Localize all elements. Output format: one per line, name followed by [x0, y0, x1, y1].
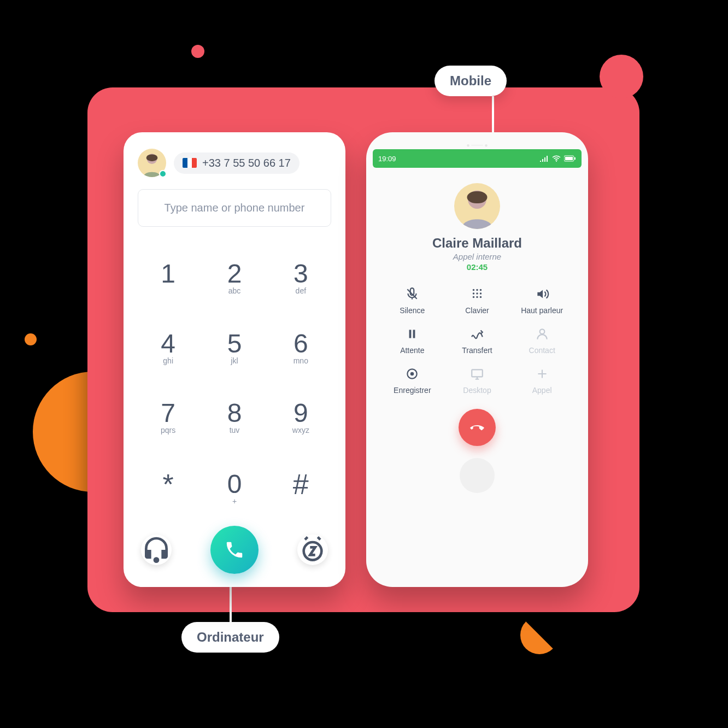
- keypad-1[interactable]: 1: [143, 256, 193, 301]
- status-time: 19:09: [378, 155, 396, 163]
- label-desktop: Ordinateur: [181, 622, 279, 653]
- action-keypad[interactable]: Clavier: [447, 287, 508, 315]
- record-icon: [405, 367, 419, 383]
- svg-point-22: [539, 329, 544, 334]
- svg-point-24: [410, 372, 414, 376]
- speaker-icon: [535, 287, 549, 303]
- user-avatar[interactable]: [138, 149, 166, 177]
- action-label: Enregistrer: [394, 386, 431, 395]
- keypad-9[interactable]: 9wxyz: [275, 396, 326, 440]
- action-label: Transfert: [462, 346, 492, 355]
- svg-point-2: [155, 559, 158, 562]
- svg-rect-9: [467, 191, 488, 203]
- mobile-phone: ● ─── ● 19:09 Claire Maillard Appel inte…: [366, 132, 588, 587]
- svg-point-14: [473, 292, 474, 294]
- svg-point-17: [473, 296, 474, 298]
- battery-icon: [564, 155, 576, 162]
- snooze-button[interactable]: [297, 535, 328, 565]
- signal-icon: [540, 155, 549, 162]
- call-actions: SilenceClavierHaut parleurAttenteTransfe…: [381, 287, 573, 395]
- flag-fr-icon: [183, 158, 197, 168]
- caller-name: Claire Maillard: [432, 236, 522, 251]
- connector-mobile: [492, 96, 494, 134]
- hold-icon: [405, 327, 419, 343]
- svg-point-4: [556, 161, 557, 162]
- svg-rect-21: [413, 330, 415, 338]
- action-addcall: Appel: [511, 367, 573, 395]
- svg-point-13: [480, 289, 482, 291]
- action-desktop: Desktop: [447, 367, 508, 395]
- wifi-icon: [552, 155, 561, 162]
- phone-number-chip[interactable]: +33 7 55 50 66 17: [174, 152, 300, 174]
- action-label: Silence: [400, 306, 425, 315]
- mute-icon: [405, 287, 419, 303]
- action-label: Contact: [529, 346, 555, 355]
- action-transfer[interactable]: Transfert: [447, 327, 508, 355]
- dial-call-button[interactable]: [210, 526, 259, 574]
- deco-dot-orange: [25, 333, 37, 345]
- svg-point-12: [476, 289, 478, 291]
- dialer-card: +33 7 55 50 66 17 Type name or phone num…: [124, 132, 345, 587]
- keypad: 1 2abc3def4ghi5jkl6mno7pqrs8tuv9wxyz* 0+…: [138, 245, 331, 524]
- keypad-5[interactable]: 5jkl: [209, 326, 260, 371]
- svg-point-16: [480, 292, 482, 294]
- action-mute[interactable]: Silence: [381, 287, 443, 315]
- keypad-2[interactable]: 2abc: [209, 256, 260, 301]
- home-button[interactable]: [460, 458, 495, 493]
- status-bar: 19:09: [373, 149, 582, 168]
- keypad-8[interactable]: 8tuv: [209, 396, 260, 440]
- svg-rect-7: [574, 157, 576, 160]
- svg-rect-25: [472, 369, 483, 377]
- keypad-icon: [470, 287, 484, 303]
- svg-point-15: [476, 292, 478, 294]
- status-online-icon: [159, 170, 167, 178]
- deco-circle-red: [600, 55, 643, 98]
- caller-avatar: [454, 183, 500, 229]
- keypad-4[interactable]: 4ghi: [143, 326, 193, 371]
- svg-rect-6: [565, 157, 573, 160]
- svg-point-18: [476, 296, 478, 298]
- connector-desktop: [230, 586, 232, 624]
- action-label: Attente: [400, 346, 424, 355]
- call-type: Appel interne: [453, 252, 501, 261]
- action-label: Appel: [532, 386, 552, 395]
- keypad-star[interactable]: *: [143, 466, 193, 513]
- keypad-6[interactable]: 6mno: [275, 326, 326, 371]
- action-contact: Contact: [511, 327, 573, 355]
- label-mobile: Mobile: [435, 66, 507, 96]
- keypad-7[interactable]: 7pqrs: [143, 396, 193, 440]
- phone-speaker-notch: ● ─── ●: [373, 139, 582, 149]
- deco-orange-wedge: [520, 616, 559, 654]
- action-record[interactable]: Enregistrer: [381, 367, 443, 395]
- svg-point-11: [473, 289, 474, 291]
- svg-rect-1: [146, 154, 158, 161]
- action-label: Haut parleur: [521, 306, 563, 315]
- action-label: Desktop: [463, 386, 491, 395]
- keypad-hash[interactable]: #: [275, 466, 326, 513]
- headset-button[interactable]: [141, 535, 172, 565]
- phone-number-text: +33 7 55 50 66 17: [202, 157, 291, 169]
- desktop-icon: [470, 367, 484, 383]
- keypad-3[interactable]: 3def: [275, 256, 326, 301]
- action-hold[interactable]: Attente: [381, 327, 443, 355]
- action-speaker[interactable]: Haut parleur: [511, 287, 573, 315]
- call-duration: 02:45: [467, 262, 488, 272]
- search-input[interactable]: Type name or phone number: [138, 189, 331, 227]
- svg-rect-20: [409, 330, 412, 338]
- addcall-icon: [535, 367, 549, 383]
- svg-point-19: [480, 296, 482, 298]
- action-label: Clavier: [465, 306, 489, 315]
- deco-dot-pink: [191, 45, 204, 58]
- keypad-0[interactable]: 0+: [209, 467, 260, 511]
- hangup-button[interactable]: [459, 409, 496, 446]
- contact-icon: [535, 327, 549, 343]
- transfer-icon: [470, 327, 484, 343]
